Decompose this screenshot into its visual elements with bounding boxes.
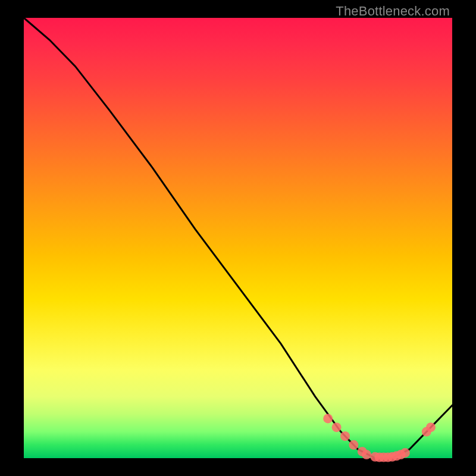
- highlight-dot: [340, 431, 350, 441]
- watermark-text: TheBottleneck.com: [336, 4, 450, 19]
- highlight-dot: [349, 440, 358, 450]
- curve-svg: [24, 18, 452, 458]
- highlight-dot: [426, 422, 436, 432]
- chart-frame: TheBottleneck.com: [0, 0, 476, 476]
- highlight-dot: [323, 414, 333, 423]
- curve-path-group: [24, 18, 452, 458]
- plot-area: [24, 18, 452, 458]
- highlight-dots: [323, 414, 436, 462]
- bottleneck-curve: [24, 18, 452, 458]
- highlight-dot: [362, 450, 371, 459]
- highlight-dot: [332, 422, 342, 432]
- highlight-dot: [400, 448, 410, 458]
